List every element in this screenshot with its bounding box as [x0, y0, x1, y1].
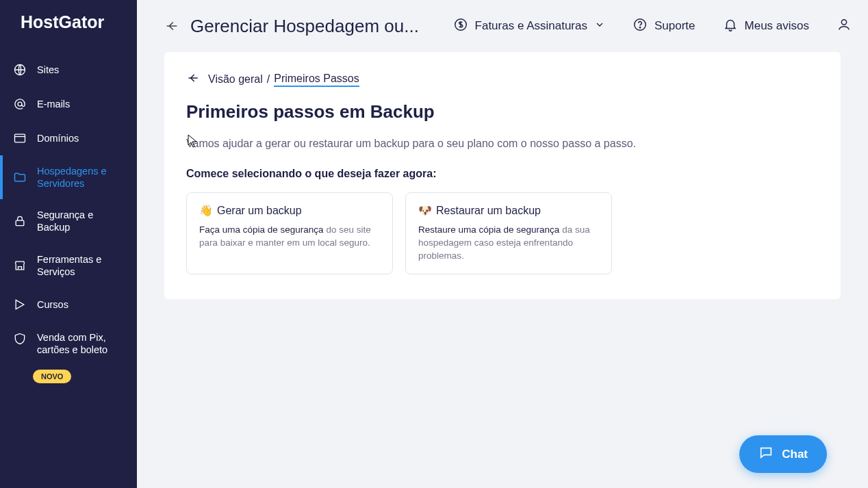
wave-emoji-icon: 👋 [199, 204, 213, 217]
option-title-label: Restaurar um backup [436, 205, 541, 217]
topbar-billing[interactable]: Faturas e Assinaturas [444, 17, 615, 36]
sidebar-item-dominios[interactable]: Domínios [0, 121, 137, 155]
svg-point-1 [18, 102, 22, 106]
sidebar-item-label: E-mails [37, 98, 70, 110]
brand-logo: HostGator [0, 12, 137, 53]
folder-icon [12, 170, 27, 185]
sidebar-item-ferramentas[interactable]: Ferramentas e Serviços [0, 244, 137, 287]
dollar-circle-icon [453, 17, 468, 36]
store-icon [12, 258, 27, 273]
option-desc: Faça uma cópia de segurança do seu site … [199, 224, 380, 250]
breadcrumb-sep: / [267, 73, 270, 86]
option-title-label: Gerar um backup [217, 205, 302, 217]
chat-button[interactable]: Chat [739, 435, 827, 473]
chat-icon [758, 445, 774, 463]
sidebar-item-cursos[interactable]: Cursos [0, 287, 137, 322]
globe-icon [12, 62, 27, 77]
option-card-generate-backup[interactable]: 👋 Gerar um backup Faça uma cópia de segu… [186, 192, 393, 274]
sidebar-item-emails[interactable]: E-mails [0, 87, 137, 121]
sidebar-item-label: Cursos [37, 298, 68, 311]
topbar-support[interactable]: Suporte [623, 17, 705, 36]
sidebar-item-label: Ferramentas e Serviços [37, 253, 125, 278]
at-icon [12, 97, 27, 112]
main: Gerenciar Hospedagem ou... Faturas e Ass… [137, 0, 868, 488]
bell-icon [723, 17, 738, 36]
topbar-account[interactable] [827, 17, 852, 36]
svg-point-6 [639, 27, 640, 27]
breadcrumb: Visão geral / Primeiros Passos [186, 71, 819, 88]
sidebar-item-seguranca[interactable]: Segurança e Backup [0, 199, 137, 243]
breadcrumb-back-icon[interactable] [186, 71, 200, 88]
topbar-billing-label: Faturas e Assinaturas [475, 19, 587, 33]
sidebar-item-label: Sites [37, 64, 59, 76]
sidebar-item-label: Hospedagens e Servidores [37, 165, 125, 190]
chat-label: Chat [782, 448, 808, 461]
sidebar-item-label: Domínios [37, 132, 79, 144]
breadcrumb-root[interactable]: Visão geral [208, 73, 263, 86]
content-wrap: Visão geral / Primeiros Passos Primeiros… [137, 52, 868, 488]
topbar-notices[interactable]: Meus avisos [713, 17, 819, 36]
page-title: Primeiros passos em Backup [186, 101, 819, 123]
svg-point-7 [841, 19, 846, 24]
window-icon [12, 131, 27, 146]
back-arrow-icon[interactable] [164, 18, 179, 34]
page-header-title: Gerenciar Hospedagem ou... [190, 16, 419, 37]
topbar-support-label: Suporte [654, 19, 695, 33]
content-card: Visão geral / Primeiros Passos Primeiros… [164, 52, 841, 299]
lock-icon [12, 214, 27, 229]
option-row: 👋 Gerar um backup Faça uma cópia de segu… [186, 192, 819, 274]
svg-rect-2 [15, 134, 25, 142]
sidebar: HostGator Sites E-mails Domínios Hospeda… [0, 0, 137, 488]
sidebar-item-label: Segurança e Backup [37, 209, 125, 233]
chevron-down-icon [594, 19, 605, 34]
sidebar-item-sites[interactable]: Sites [0, 53, 137, 87]
topbar-notices-label: Meus avisos [745, 19, 809, 33]
dog-emoji-icon: 🐶 [418, 204, 432, 217]
play-icon [12, 297, 27, 312]
sidebar-item-hospedagens[interactable]: Hospedagens e Servidores [0, 155, 137, 199]
svg-rect-3 [16, 221, 24, 227]
help-circle-icon [633, 17, 648, 36]
section-heading: Comece selecionando o que deseja fazer a… [186, 168, 819, 180]
breadcrumb-current[interactable]: Primeiros Passos [274, 73, 359, 87]
user-icon [837, 17, 852, 36]
shield-icon [12, 331, 27, 346]
option-desc: Restaure uma cópia de segurança da sua h… [418, 224, 599, 263]
badge-novo: NOVO [33, 370, 71, 383]
topbar: Gerenciar Hospedagem ou... Faturas e Ass… [137, 0, 868, 52]
sidebar-item-venda[interactable]: Venda com Pix, cartões e boleto [0, 322, 137, 365]
sidebar-item-label: Venda com Pix, cartões e boleto [37, 331, 125, 356]
option-card-restore-backup[interactable]: 🐶 Restaurar um backup Restaure uma cópia… [405, 192, 612, 274]
page-description: Vamos ajudar a gerar ou restaurar um bac… [186, 138, 819, 150]
